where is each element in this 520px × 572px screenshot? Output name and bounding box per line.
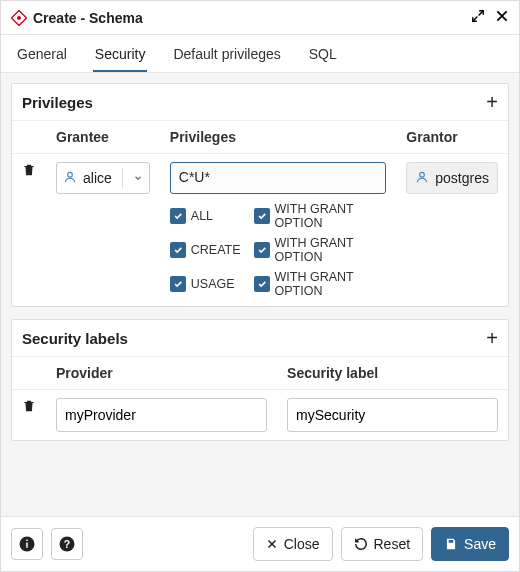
- security-labels-panel: Security labels + Provider Security labe…: [11, 319, 509, 441]
- col-grantor: Grantor: [396, 121, 508, 154]
- tab-general[interactable]: General: [15, 36, 69, 72]
- dialog-footer: ? Close Reset Save: [1, 516, 519, 571]
- close-button[interactable]: Close: [253, 527, 333, 561]
- security-labels-grid: Provider Security label: [12, 357, 508, 440]
- privilege-row: alice: [12, 154, 508, 307]
- dialog-body: Privileges + Grantee Privileges Grantor: [1, 73, 519, 516]
- grantor-chip: postgres: [406, 162, 498, 194]
- privileges-grid: Grantee Privileges Grantor: [12, 121, 508, 306]
- svg-rect-6: [26, 540, 28, 542]
- tab-default-privileges[interactable]: Default privileges: [171, 36, 282, 72]
- expand-icon[interactable]: [471, 9, 485, 26]
- security-label-input[interactable]: [287, 398, 498, 432]
- checkbox-usage[interactable]: [170, 276, 186, 292]
- checkbox-create-wgo[interactable]: [254, 242, 270, 258]
- security-label-row: [12, 390, 508, 441]
- close-icon[interactable]: [495, 9, 509, 26]
- security-labels-title: Security labels: [22, 330, 128, 347]
- checkbox-all[interactable]: [170, 208, 186, 224]
- checkbox-create[interactable]: [170, 242, 186, 258]
- col-grantee: Grantee: [46, 121, 160, 154]
- tabs: General Security Default privileges SQL: [1, 35, 519, 73]
- svg-point-3: [420, 172, 425, 177]
- titlebar: Create - Schema: [1, 1, 519, 35]
- grantee-select[interactable]: alice: [56, 162, 150, 194]
- save-button[interactable]: Save: [431, 527, 509, 561]
- privileges-panel: Privileges + Grantee Privileges Grantor: [11, 83, 509, 307]
- tab-security[interactable]: Security: [93, 36, 148, 72]
- col-provider: Provider: [46, 357, 277, 390]
- privileges-input[interactable]: [179, 169, 378, 185]
- help-button[interactable]: ?: [51, 528, 83, 560]
- add-privilege-icon[interactable]: +: [486, 92, 498, 112]
- reset-button[interactable]: Reset: [341, 527, 424, 561]
- privileges-panel-title: Privileges: [22, 94, 93, 111]
- user-icon: [63, 170, 77, 187]
- col-security-label: Security label: [277, 357, 508, 390]
- svg-text:?: ?: [64, 538, 70, 550]
- provider-input[interactable]: [56, 398, 267, 432]
- svg-point-1: [17, 16, 21, 20]
- chevron-down-icon: [133, 170, 143, 186]
- user-icon: [415, 170, 429, 187]
- svg-rect-5: [26, 543, 28, 548]
- tab-sql[interactable]: SQL: [307, 36, 339, 72]
- col-privileges: Privileges: [160, 121, 397, 154]
- create-schema-dialog: Create - Schema General Security Default…: [0, 0, 520, 572]
- info-button[interactable]: [11, 528, 43, 560]
- privileges-editor[interactable]: [170, 162, 387, 194]
- app-logo-icon: [11, 10, 27, 26]
- grantee-value: alice: [83, 170, 112, 186]
- delete-row-icon[interactable]: [22, 401, 36, 417]
- grantor-value: postgres: [435, 170, 489, 186]
- dialog-title: Create - Schema: [33, 10, 471, 26]
- checkbox-usage-wgo[interactable]: [254, 276, 270, 292]
- delete-row-icon[interactable]: [22, 165, 36, 181]
- add-security-label-icon[interactable]: +: [486, 328, 498, 348]
- svg-point-2: [68, 172, 73, 177]
- checkbox-all-wgo[interactable]: [254, 208, 270, 224]
